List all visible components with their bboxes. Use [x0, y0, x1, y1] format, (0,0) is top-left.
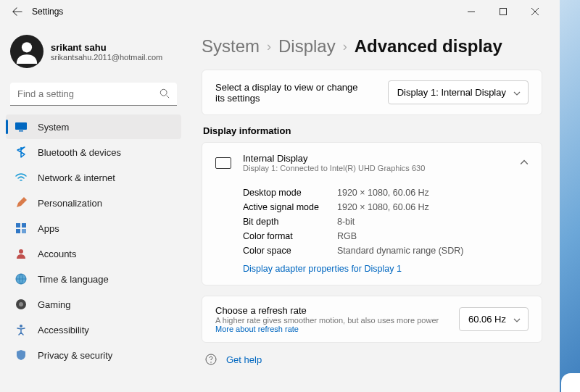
- sidebar-item-system[interactable]: System: [6, 114, 181, 139]
- refresh-subtitle: A higher rate gives smoother motion, but…: [215, 316, 459, 333]
- dropdown-value: Display 1: Internal Display: [397, 87, 506, 98]
- section-label: Display information: [203, 125, 541, 136]
- sidebar-item-label: Accounts: [38, 249, 76, 259]
- info-row: Color spaceStandard dynamic range (SDR): [243, 243, 529, 258]
- person-icon: [14, 39, 39, 64]
- sidebar-item-label: Time & language: [38, 274, 109, 285]
- svg-rect-0: [500, 9, 507, 15]
- info-row: Desktop mode1920 × 1080, 60.06 Hz: [243, 185, 529, 200]
- nav: System Bluetooth & devices Network & int…: [6, 114, 181, 367]
- search-icon: [160, 88, 170, 101]
- svg-point-1: [22, 42, 32, 52]
- monitor-icon: [215, 157, 231, 169]
- profile-name: srikant sahu: [51, 42, 162, 53]
- breadcrumb-display[interactable]: Display: [278, 36, 336, 57]
- maximize-button[interactable]: [490, 1, 516, 22]
- breadcrumb-system[interactable]: System: [202, 36, 260, 57]
- sidebar-item-label: Network & internet: [38, 172, 115, 183]
- breadcrumb-current: Advanced display: [355, 36, 502, 57]
- avatar: [10, 35, 44, 68]
- svg-rect-7: [16, 229, 20, 233]
- sidebar-item-apps[interactable]: Apps: [6, 216, 181, 241]
- profile-email: srikantsahu.2011@hotmail.com: [51, 53, 162, 62]
- info-row: Color formatRGB: [243, 229, 529, 243]
- get-help-link[interactable]: Get help: [226, 354, 262, 365]
- main-content: System › Display › Advanced display Sele…: [184, 23, 560, 392]
- sidebar-item-label: Privacy & security: [38, 350, 112, 361]
- system-icon: [14, 120, 28, 133]
- paint-icon: [14, 196, 28, 209]
- accessibility-icon: [14, 323, 28, 336]
- globe-icon: [14, 272, 28, 285]
- help-icon: [204, 353, 218, 366]
- svg-rect-5: [16, 223, 20, 228]
- close-button[interactable]: [522, 1, 548, 22]
- apps-icon: [14, 222, 28, 235]
- sidebar-item-accounts[interactable]: Accounts: [6, 241, 181, 266]
- bluetooth-icon: [14, 146, 28, 159]
- svg-point-15: [210, 362, 211, 362]
- adapter-properties-link[interactable]: Display adapter properties for Display 1: [243, 258, 402, 274]
- svg-point-2: [160, 89, 167, 96]
- chevron-right-icon: ›: [343, 39, 347, 54]
- svg-point-12: [19, 302, 23, 306]
- sidebar-item-network[interactable]: Network & internet: [6, 165, 181, 190]
- select-display-label: Select a display to view or change its s…: [215, 82, 388, 104]
- window-title: Settings: [29, 7, 63, 17]
- chevron-down-icon: [513, 88, 521, 99]
- sidebar-item-label: Accessibility: [38, 325, 89, 335]
- get-help-row: Get help: [202, 343, 542, 376]
- wifi-icon: [14, 171, 28, 184]
- search-input[interactable]: [10, 83, 177, 106]
- svg-rect-4: [19, 130, 23, 132]
- breadcrumb: System › Display › Advanced display: [202, 36, 542, 57]
- back-button[interactable]: [6, 0, 29, 23]
- accounts-icon: [14, 247, 28, 260]
- sidebar-item-label: Apps: [38, 223, 59, 234]
- refresh-title: Choose a refresh rate: [215, 305, 459, 316]
- display-dropdown[interactable]: Display 1: Internal Display: [388, 80, 529, 104]
- svg-point-13: [20, 325, 22, 328]
- sidebar-item-gaming[interactable]: Gaming: [6, 292, 181, 317]
- sidebar-item-label: System: [38, 122, 69, 133]
- sidebar-item-label: Bluetooth & devices: [38, 147, 121, 158]
- chevron-right-icon: ›: [267, 39, 271, 54]
- sidebar-item-label: Personalization: [38, 198, 102, 209]
- more-refresh-link[interactable]: More about refresh rate: [215, 325, 299, 333]
- sidebar-item-privacy[interactable]: Privacy & security: [6, 343, 181, 367]
- display-info-title: Internal Display: [243, 153, 508, 164]
- display-info-subtitle: Display 1: Connected to Intel(R) UHD Gra…: [243, 164, 508, 172]
- svg-rect-8: [22, 229, 26, 233]
- desktop-background: [560, 0, 580, 392]
- sidebar-item-bluetooth[interactable]: Bluetooth & devices: [6, 140, 181, 164]
- svg-point-9: [19, 249, 23, 254]
- shield-icon: [14, 349, 28, 362]
- minimize-button[interactable]: [458, 1, 484, 22]
- sidebar-item-personalization[interactable]: Personalization: [6, 191, 181, 215]
- refresh-rate-dropdown[interactable]: 60.06 Hz: [459, 307, 529, 331]
- display-info-header[interactable]: Internal Display Display 1: Connected to…: [202, 143, 542, 183]
- back-arrow-icon: [12, 7, 22, 17]
- titlebar: Settings: [0, 0, 560, 23]
- select-display-card: Select a display to view or change its s…: [202, 70, 542, 115]
- dropdown-value: 60.06 Hz: [468, 314, 506, 325]
- gaming-icon: [14, 298, 28, 311]
- profile[interactable]: srikant sahu srikantsahu.2011@hotmail.co…: [6, 29, 181, 80]
- sidebar-item-time[interactable]: Time & language: [6, 267, 181, 291]
- search-box: [10, 83, 177, 106]
- sidebar: srikant sahu srikantsahu.2011@hotmail.co…: [0, 23, 184, 392]
- svg-rect-3: [15, 122, 27, 130]
- display-info-card: Internal Display Display 1: Connected to…: [202, 142, 542, 285]
- refresh-rate-card: Choose a refresh rate A higher rate give…: [202, 296, 542, 343]
- sidebar-item-label: Gaming: [38, 299, 71, 310]
- chevron-down-icon: [513, 315, 521, 326]
- info-row: Bit depth8-bit: [243, 214, 529, 229]
- chevron-up-icon: [520, 157, 529, 170]
- svg-rect-6: [22, 223, 26, 228]
- info-row: Active signal mode1920 × 1080, 60.06 Hz: [243, 200, 529, 214]
- sidebar-item-accessibility[interactable]: Accessibility: [6, 317, 181, 342]
- display-info-body: Desktop mode1920 × 1080, 60.06 Hz Active…: [202, 183, 542, 285]
